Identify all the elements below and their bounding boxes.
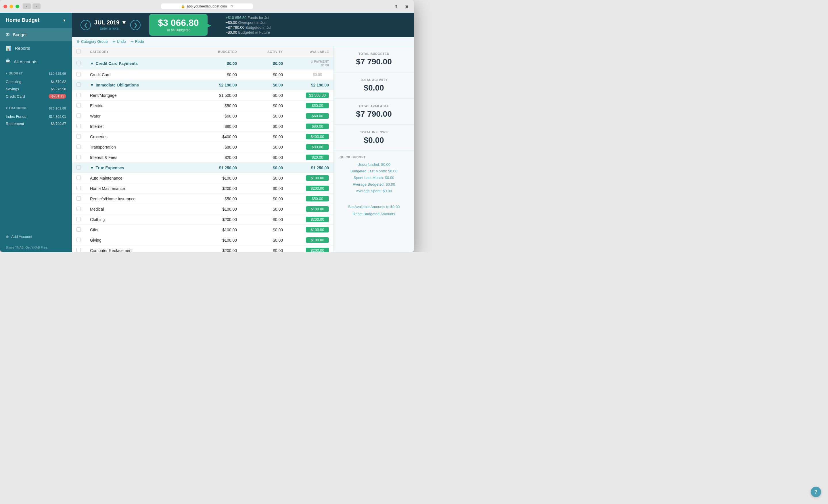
sidebar-toggle-button[interactable]: ▣ [403,3,411,9]
category-budgeted-cell[interactable]: $60.00 [196,111,242,121]
sidebar-item-all-accounts[interactable]: 🏛 All Accounts [0,55,72,68]
checking-account[interactable]: Checking $4 579.82 [0,78,72,85]
category-checkbox[interactable] [77,103,81,107]
table-row[interactable]: Gifts $100.00 $0.00 $100.00 [72,225,333,235]
month-note[interactable]: Enter a note... [94,27,127,31]
category-checkbox[interactable] [77,176,81,180]
table-row[interactable]: Groceries $400.00 $0.00 $400.00 [72,132,333,142]
forward-button[interactable]: › [33,3,41,9]
group-row[interactable]: ▼ Immediate Obligations $2 190.00 $0.00 … [72,80,333,91]
category-checkbox[interactable] [77,124,81,128]
category-budgeted-cell[interactable]: $200.00 [196,183,242,194]
category-budgeted-cell[interactable]: $100.00 [196,225,242,235]
category-name-cell: Home Maintenance [85,183,196,194]
table-row[interactable]: Auto Maintenance $100.00 $0.00 $100.00 [72,173,333,183]
minimize-button[interactable] [9,5,13,8]
spent-last-month-item[interactable]: Spent Last Month: $0.00 [339,176,408,180]
set-available-link[interactable]: Set Available Amounts to $0.00 [339,204,408,209]
chevron-down-icon: ▼ [63,18,66,22]
table-row[interactable]: Computer Replacement $200.00 $0.00 $200.… [72,245,333,252]
category-budgeted-cell[interactable]: $200.00 [196,214,242,225]
underfunded-item[interactable]: Underfunded: $0.00 [339,163,408,167]
share-link[interactable]: Share YNAB. Get YNAB Free. [0,243,72,252]
group-row[interactable]: ▼ Credit Card Payments $0.00 $0.00 ⊙ PAY… [72,57,333,70]
group-checkbox[interactable] [77,61,81,65]
collapse-icon[interactable]: ▼ [90,166,94,170]
category-budgeted-cell[interactable]: $50.00 [196,194,242,204]
category-budgeted-cell[interactable]: $80.00 [196,121,242,132]
share-button[interactable]: ⬆ [392,3,400,9]
group-checkbox[interactable] [77,83,81,87]
back-button[interactable]: ‹ [23,3,31,9]
category-checkbox[interactable] [77,113,81,118]
url-bar[interactable]: 🔒 app.youneedabudget.com ↻ [161,3,253,9]
table-row[interactable]: Water $60.00 $0.00 $60.00 [72,111,333,121]
undo-button[interactable]: ↩ Undo [113,39,126,44]
table-row[interactable]: Interest & Fees $20.00 $0.00 $20.00 [72,152,333,163]
available-badge: $400.00 [306,134,329,139]
table-row[interactable]: Electric $50.00 $0.00 $50.00 [72,101,333,111]
category-budgeted-cell[interactable]: $0.00 [196,70,242,80]
category-available-cell: $0.00 [288,70,333,80]
group-row[interactable]: ▼ True Expenses $1 250.00 $0.00 $1 250.0… [72,163,333,173]
table-row[interactable]: Internet $80.00 $0.00 $80.00 [72,121,333,132]
category-budgeted-cell[interactable]: $400.00 [196,132,242,142]
index-funds-account[interactable]: Index Funds $14 302.01 [0,113,72,120]
table-row[interactable]: Renter's/Home Insurance $50.00 $0.00 $50… [72,194,333,204]
panel-links: Set Available Amounts to $0.00 Reset Bud… [334,200,414,221]
close-button[interactable] [3,5,7,8]
table-row[interactable]: Home Maintenance $200.00 $0.00 $200.00 [72,183,333,194]
maximize-button[interactable] [15,5,19,8]
table-row[interactable]: Rent/Mortgage $1 500.00 $0.00 $1 500.00 [72,90,333,101]
sidebar-item-budget[interactable]: ✉ Budget [0,28,72,41]
category-checkbox[interactable] [77,248,81,252]
table-body: ▼ Credit Card Payments $0.00 $0.00 ⊙ PAY… [72,57,333,252]
category-budgeted-cell[interactable]: $50.00 [196,101,242,111]
app-name-text: Home Budget [6,17,39,23]
add-category-group-button[interactable]: ⊕ Category Group [77,39,108,44]
table-row[interactable]: Giving $100.00 $0.00 $100.00 [72,235,333,245]
collapse-icon[interactable]: ▼ [90,61,94,66]
sidebar-item-reports[interactable]: 📊 Reports [0,41,72,55]
available-badge: $1 500.00 [306,93,329,98]
redo-button[interactable]: ↪ Redo [130,39,144,44]
category-budgeted-cell[interactable]: $100.00 [196,204,242,214]
category-checkbox[interactable] [77,155,81,159]
group-checkbox[interactable] [77,165,81,170]
table-row[interactable]: Medical $100.00 $0.00 $100.00 [72,204,333,214]
category-checkbox[interactable] [77,186,81,190]
prev-month-button[interactable]: ❮ [81,20,91,30]
category-checkbox[interactable] [77,93,81,97]
add-account-button[interactable]: ⊕ Add Account [0,230,72,243]
category-checkbox[interactable] [77,227,81,232]
category-budgeted-cell[interactable]: $100.00 [196,235,242,245]
month-title[interactable]: JUL 2019 ▼ [94,19,127,26]
category-checkbox[interactable] [77,134,81,138]
category-budgeted-cell[interactable]: $100.00 [196,173,242,183]
table-row[interactable]: Clothing $200.00 $0.00 $200.00 [72,214,333,225]
category-checkbox[interactable] [77,144,81,149]
table-row[interactable]: Credit Card $0.00 $0.00 $0.00 [72,70,333,80]
reset-budgeted-link[interactable]: Reset Budgeted Amounts [339,212,408,216]
category-budgeted-cell[interactable]: $1 500.00 [196,90,242,101]
average-spent-item[interactable]: Average Spent: $0.00 [339,189,408,193]
next-month-button[interactable]: ❯ [130,20,140,30]
budgeted-last-month-item[interactable]: Budgeted Last Month: $0.00 [339,169,408,173]
category-checkbox[interactable] [77,238,81,242]
category-checkbox-cell [72,194,85,204]
category-checkbox[interactable] [77,72,81,77]
select-all-checkbox[interactable] [77,49,81,53]
category-checkbox[interactable] [77,196,81,200]
app-name-header[interactable]: Home Budget ▼ [0,13,72,28]
category-checkbox[interactable] [77,207,81,211]
credit-card-account[interactable]: Credit Card -$231.11 [0,93,72,100]
category-checkbox[interactable] [77,217,81,221]
average-budgeted-item[interactable]: Average Budgeted: $0.00 [339,182,408,186]
table-row[interactable]: Transportation $80.00 $0.00 $80.00 [72,142,333,152]
category-budgeted-cell[interactable]: $20.00 [196,152,242,163]
category-budgeted-cell[interactable]: $80.00 [196,142,242,152]
savings-account[interactable]: Savings $6 276.98 [0,85,72,93]
retirement-account[interactable]: Retirement $8 799.87 [0,120,72,127]
category-budgeted-cell[interactable]: $200.00 [196,245,242,252]
collapse-icon[interactable]: ▼ [90,83,94,87]
